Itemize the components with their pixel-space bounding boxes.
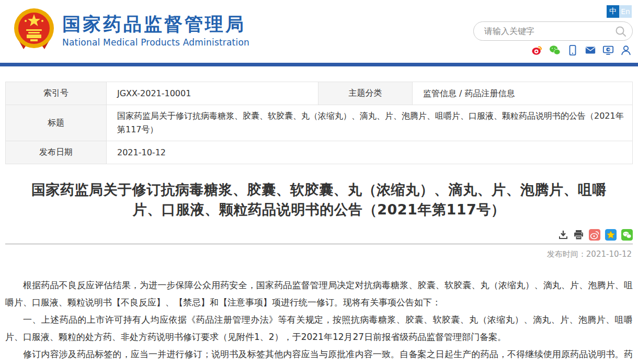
weibo-share-icon[interactable] [589, 229, 600, 241]
topic-category-value: 监管信息 / 药品注册信息 [413, 82, 633, 105]
publish-time-value: 2021-10-12 [586, 249, 632, 259]
table-row: 索引号 JGXX-2021-10001 主题分类 监管信息 / 药品注册信息 [6, 82, 633, 105]
paragraph: 修订内容涉及药品标签的，应当一并进行修订；说明书及标签其他内容应当与原批准内容一… [5, 346, 633, 364]
search-icon[interactable] [614, 25, 627, 38]
publish-time-line: 发布时间：2021-10-12 [6, 249, 632, 259]
table-row: 发布日期 2021-10-12 [6, 141, 633, 164]
qzone-share-icon[interactable] [605, 229, 617, 241]
doc-title-label: 标题 [6, 105, 107, 141]
doc-title-value: 国家药监局关于修订抗病毒糖浆、胶囊、软胶囊、丸（浓缩丸）、滴丸、片、泡腾片、咀嚼… [107, 105, 633, 141]
language-switch: 中 En [607, 5, 632, 18]
site-subtitle: National Medical Products Administration [62, 37, 249, 48]
lang-en-button[interactable]: En [619, 5, 632, 18]
national-emblem-icon [13, 7, 55, 53]
user-icon[interactable] [620, 44, 632, 56]
article-tools [5, 229, 633, 241]
search-input[interactable] [484, 22, 610, 40]
paragraph: 一、上述药品的上市许可持有人均应依据《药品注册管理办法》等有关规定，按照抗病毒糖… [5, 311, 633, 346]
site-title-block: 国家药品监督管理局 National Medical Products Admi… [62, 13, 249, 48]
page-title: 国家药监局关于修订抗病毒糖浆、胶囊、软胶囊、丸（浓缩丸）、滴丸、片、泡腾片、咀嚼… [29, 180, 609, 220]
download-icon[interactable] [558, 230, 568, 240]
header-social-icons [531, 44, 632, 56]
topic-category-label: 主题分类 [318, 82, 413, 105]
accent-divider-bar [0, 63, 638, 66]
document-info-table: 索引号 JGXX-2021-10001 主题分类 监管信息 / 药品注册信息 标… [5, 82, 633, 164]
site-title: 国家药品监督管理局 [62, 13, 249, 35]
publish-date-value: 2021-10-12 [107, 141, 633, 164]
wechat-share-icon[interactable] [621, 229, 633, 241]
lang-zh-button[interactable]: 中 [607, 5, 619, 18]
index-number-value: JGXX-2021-10001 [107, 82, 318, 105]
print-icon[interactable] [573, 230, 584, 240]
table-row: 标题 国家药监局关于修订抗病毒糖浆、胶囊、软胶囊、丸（浓缩丸）、滴丸、片、泡腾片… [6, 105, 633, 141]
mail-icon[interactable] [585, 44, 596, 56]
divider-line [5, 244, 633, 244]
publish-date-label: 发布日期 [6, 141, 107, 164]
article-body: 根据药品不良反应评估结果，为进一步保障公众用药安全，国家药品监督管理局决定对抗病… [5, 277, 633, 364]
site-header: 国家药品监督管理局 National Medical Products Admi… [0, 0, 638, 63]
search-box [473, 21, 633, 41]
site-logo[interactable]: 国家药品监督管理局 National Medical Products Admi… [13, 7, 249, 53]
mobile-icon[interactable] [567, 44, 578, 56]
monitor-icon[interactable] [602, 44, 614, 56]
weibo-icon[interactable] [531, 44, 543, 56]
wechat-icon[interactable] [549, 44, 561, 56]
content-area: 索引号 JGXX-2021-10001 主题分类 监管信息 / 药品注册信息 标… [0, 82, 638, 364]
paragraph: 根据药品不良反应评估结果，为进一步保障公众用药安全，国家药品监督管理局决定对抗病… [5, 277, 633, 311]
index-number-label: 索引号 [6, 82, 107, 105]
publish-time-label: 发布时间： [547, 249, 586, 259]
